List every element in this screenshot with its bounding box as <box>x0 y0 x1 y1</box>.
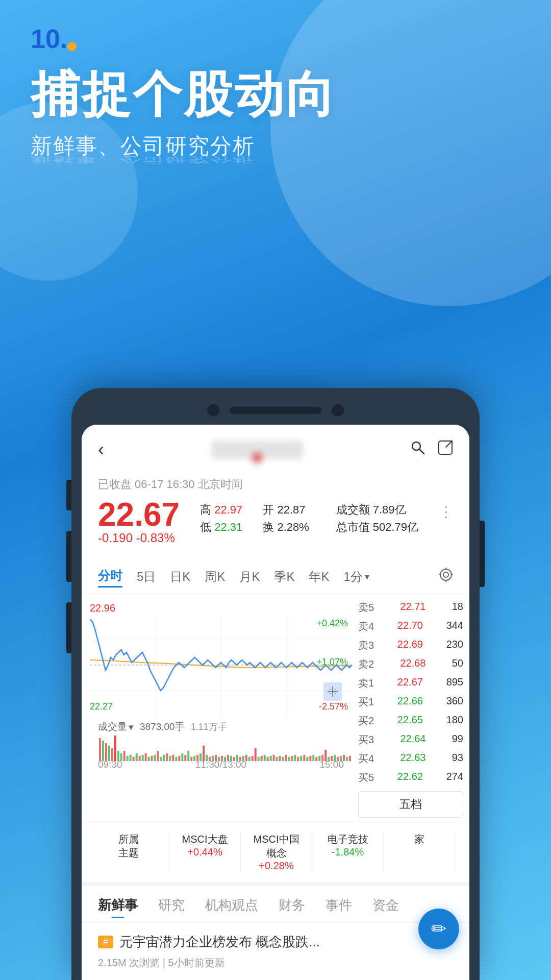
svg-line-1 <box>419 449 424 454</box>
svg-point-4 <box>440 569 452 580</box>
tab-news-yanjiu[interactable]: 研究 <box>158 896 185 918</box>
svg-rect-36 <box>139 756 141 761</box>
sector-tag-msci-china[interactable]: MSCI中国概念 +0.28% <box>241 832 312 872</box>
five-level-button[interactable]: 五档 <box>358 791 463 818</box>
phone-button-volume-up <box>66 480 71 510</box>
time-end: 15:00 <box>319 759 344 770</box>
svg-rect-92 <box>309 756 311 761</box>
tab-dayk[interactable]: 日K <box>170 567 190 587</box>
svg-rect-32 <box>127 756 129 761</box>
stock-open-area: 开 22.87 换 2.28% <box>263 502 309 535</box>
volume-svg-container <box>98 736 352 761</box>
buy5-label: 买5 <box>358 771 374 785</box>
volume-dropdown-arrow: ▾ <box>129 721 134 733</box>
sell5-price: 22.71 <box>400 601 425 615</box>
buy4-qty: 93 <box>452 752 463 766</box>
high-label: 高 <box>200 503 211 516</box>
phone-button-extra <box>66 602 71 653</box>
tab-news-caiwu[interactable]: 财务 <box>279 896 305 918</box>
chart-order-area: 22.96 <box>82 594 469 822</box>
sell5-label: 卖5 <box>358 601 374 615</box>
svg-rect-87 <box>294 755 296 761</box>
tab-nk[interactable]: 年K <box>309 567 329 587</box>
svg-rect-24 <box>102 741 104 761</box>
volume-label: 成交量 <box>98 720 127 733</box>
stock-change: -0.190 -0.83% <box>98 531 180 545</box>
phone-camera-right <box>332 404 344 416</box>
volume-value: 7.89亿 <box>373 503 406 516</box>
svg-rect-78 <box>267 757 269 761</box>
news-title: 元宇宙潜力企业榜发布 概念股跌... <box>119 933 320 951</box>
sell-order-1: 卖1 22.67 895 <box>358 674 463 693</box>
tab-5day[interactable]: 5日 <box>137 567 156 587</box>
svg-rect-42 <box>157 751 159 761</box>
target-icon[interactable] <box>439 568 453 585</box>
news-meta: 2.15M 次浏览 | 5小时前更新 <box>98 956 453 970</box>
sell-order-3: 卖3 22.69 230 <box>358 636 463 655</box>
price-chart-container[interactable]: +0.42% +1.07% -2.57% 22.27 <box>90 614 352 716</box>
share-button[interactable] <box>438 440 453 459</box>
sell1-qty: 895 <box>446 676 463 690</box>
crosshair-button[interactable] <box>323 682 342 701</box>
buy2-price: 22.65 <box>397 714 423 728</box>
svg-rect-89 <box>300 756 302 761</box>
svg-point-5 <box>443 572 448 577</box>
svg-rect-35 <box>136 753 138 761</box>
volume-unit: 1.11万手 <box>191 721 227 733</box>
sector-more-name: 家 <box>414 832 424 846</box>
svg-rect-104 <box>346 757 348 761</box>
tab-yuek[interactable]: 月K <box>239 567 260 587</box>
phone-mockup: ‹ <box>71 388 480 980</box>
svg-rect-47 <box>172 755 174 761</box>
market-cap-value: 502.79亿 <box>373 521 418 533</box>
buy-order-2: 买2 22.65 180 <box>358 712 463 730</box>
order-book: 卖5 22.71 18 卖4 22.70 344 卖3 22.69 230 卖2… <box>352 594 469 822</box>
sector-tag-more[interactable]: 家 <box>384 832 455 872</box>
svg-rect-90 <box>303 755 305 761</box>
buy3-price: 22.64 <box>400 733 425 747</box>
dropdown-arrow-icon: ▾ <box>365 571 369 582</box>
svg-rect-81 <box>276 757 278 761</box>
chart-pct-bot: -2.57% <box>319 701 348 712</box>
tab-zhouk[interactable]: 周K <box>205 567 225 587</box>
more-button[interactable]: ⋮ <box>439 503 453 520</box>
volume-header: 成交量 ▾ 3873.00手 1.11万手 <box>98 720 352 733</box>
phone-notch <box>82 398 469 425</box>
tab-news-shijian[interactable]: 事件 <box>325 896 352 918</box>
tab-1min[interactable]: 1分 ▾ <box>343 569 369 585</box>
tab-news-zijin[interactable]: 资金 <box>372 896 399 918</box>
tab-fenshi[interactable]: 分时 <box>98 566 122 587</box>
back-button[interactable]: ‹ <box>98 439 104 460</box>
fab-write-button[interactable]: ✏ <box>418 909 459 949</box>
sell4-label: 卖4 <box>358 620 374 633</box>
tab-news-xinxian[interactable]: 新鲜事 <box>98 896 138 918</box>
tab-jik[interactable]: 季K <box>274 567 294 587</box>
sell3-qty: 230 <box>446 639 463 652</box>
svg-rect-88 <box>297 757 299 761</box>
logo-dot <box>67 42 77 51</box>
svg-rect-84 <box>285 755 287 761</box>
sector-msci-china-pct: +0.28% <box>259 860 293 872</box>
sector-tag-esports[interactable]: 电子竞技 -1.84% <box>312 832 384 872</box>
svg-rect-45 <box>166 753 168 761</box>
news-item-1[interactable]: # 元宇宙潜力企业榜发布 概念股跌... 2.15M 次浏览 | 5小时前更新 <box>82 922 469 980</box>
svg-rect-94 <box>315 757 317 761</box>
app-bar-center <box>211 440 303 459</box>
stock-info: 已收盘 06-17 16:30 北京时间 22.67 -0.190 -0.83%… <box>82 469 469 559</box>
sell2-price: 22.68 <box>400 657 425 671</box>
phone-speaker <box>230 407 321 414</box>
svg-rect-38 <box>145 753 147 761</box>
svg-rect-91 <box>306 757 308 761</box>
sell4-qty: 344 <box>446 620 463 633</box>
sell3-price: 22.69 <box>397 639 423 652</box>
svg-rect-28 <box>114 736 116 761</box>
sector-msci-name: MSCI大盘 <box>182 832 228 846</box>
svg-rect-72 <box>248 757 251 761</box>
tab-news-jigou[interactable]: 机构观点 <box>205 896 258 918</box>
sector-tag-msci[interactable]: MSCI大盘 +0.44% <box>169 832 241 872</box>
volume-type-dropdown[interactable]: 成交量 ▾ <box>98 720 134 733</box>
search-button[interactable] <box>410 440 425 459</box>
sell1-label: 卖1 <box>358 676 374 690</box>
hero-subtitle-reflection: 新鲜事、公司研究分析 <box>31 154 520 165</box>
buy4-label: 买4 <box>358 752 374 766</box>
